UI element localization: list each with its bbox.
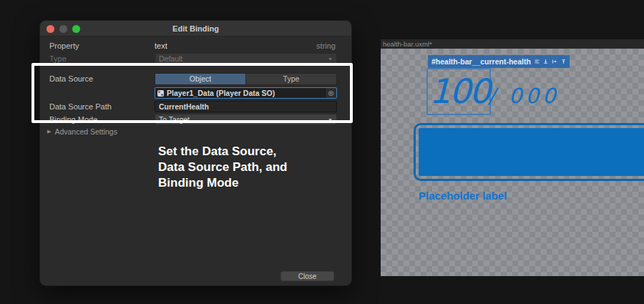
object-field-value: Player1_Data (Player Data SO) xyxy=(167,89,275,97)
type-dropdown: Default ▼ xyxy=(155,53,337,64)
binding-mode-dropdown[interactable]: To Target ▼ xyxy=(155,114,337,125)
bar-arrow-right-icon[interactable] xyxy=(552,57,557,66)
zoom-window-icon[interactable] xyxy=(72,25,80,33)
scriptable-object-icon xyxy=(157,90,164,97)
close-button[interactable]: Close xyxy=(280,271,334,281)
align-lines-icon[interactable] xyxy=(535,57,540,66)
object-field-row: Player1_Data (Player Data SO) ◎ xyxy=(40,87,351,99)
object-field[interactable]: Player1_Data (Player Data SO) ◎ xyxy=(155,87,337,99)
type-label: Type xyxy=(49,54,67,63)
current-health-label[interactable]: 100 xyxy=(429,72,489,112)
selected-element-name: #health-bar__current-health xyxy=(431,57,531,66)
data-source-tabs: Object Type xyxy=(155,73,337,85)
dialog-titlebar[interactable]: Edit Binding xyxy=(40,21,351,36)
tab-object-label: Object xyxy=(190,74,211,83)
annotation-text: Set the Data Source, Data Source Path, a… xyxy=(158,144,330,191)
health-bar-container[interactable] xyxy=(414,123,644,181)
property-value: text xyxy=(155,41,337,50)
disclosure-triangle-icon: ▶ xyxy=(47,129,51,134)
chevron-down-icon: ▼ xyxy=(328,117,333,122)
data-source-path-label: Data Source Path xyxy=(49,102,112,111)
property-label: Property xyxy=(49,41,79,50)
uxml-canvas[interactable]: #health-bar__current-health 100 / 000 Pl… xyxy=(381,49,644,276)
annotation-line: Data Source Path, and xyxy=(158,160,330,175)
type-dropdown-value: Default xyxy=(159,54,182,63)
tab-type-label: Type xyxy=(283,74,300,83)
dialog-title: Edit Binding xyxy=(172,24,219,33)
property-type-tag: string xyxy=(316,41,336,50)
annotation-line: Binding Mode xyxy=(158,175,330,191)
binding-mode-value: To Target xyxy=(159,115,190,124)
max-health-label[interactable]: / 000 xyxy=(488,84,559,108)
minimize-window-icon xyxy=(59,25,67,33)
advanced-settings-label: Advanced Settings xyxy=(54,127,117,136)
advanced-settings-foldout[interactable]: ▶ Advanced Settings xyxy=(47,127,117,136)
binding-mode-label: Binding Mode xyxy=(49,115,97,124)
close-button-label: Close xyxy=(298,273,317,280)
data-source-path-value: CurrentHealth xyxy=(159,102,209,111)
arrow-down-to-bar-icon[interactable] xyxy=(543,57,548,66)
screenshot-root: Edit Binding Property text string Type D… xyxy=(0,0,644,304)
uxml-tab-label[interactable]: health-bar.uxml* xyxy=(383,40,432,48)
object-picker-icon[interactable]: ◎ xyxy=(325,88,336,98)
arrow-up-from-bar-icon[interactable] xyxy=(561,57,566,66)
close-window-icon[interactable] xyxy=(47,25,54,33)
placeholder-label[interactable]: Placeholder label xyxy=(419,190,507,202)
type-row: Type Default ▼ xyxy=(40,53,351,64)
window-controls xyxy=(47,21,80,36)
uxml-tab-strip: health-bar.uxml* xyxy=(381,39,644,49)
edit-binding-dialog: Edit Binding Property text string Type D… xyxy=(39,20,352,286)
tab-type[interactable]: Type xyxy=(245,74,336,84)
data-source-row: Data Source Object Type xyxy=(40,73,351,84)
health-bar-fill xyxy=(419,128,644,176)
selected-element-header[interactable]: #health-bar__current-health xyxy=(428,55,570,68)
tab-object[interactable]: Object xyxy=(155,74,245,84)
property-row: Property text string xyxy=(40,40,351,52)
chevron-down-icon: ▼ xyxy=(328,57,333,62)
data-source-path-row: Data Source Path CurrentHealth xyxy=(40,101,351,112)
annotation-line: Set the Data Source, xyxy=(158,144,330,160)
binding-mode-row: Binding Mode To Target ▼ xyxy=(40,114,351,125)
data-source-path-input[interactable]: CurrentHealth xyxy=(155,101,337,112)
data-source-label: Data Source xyxy=(49,74,93,83)
